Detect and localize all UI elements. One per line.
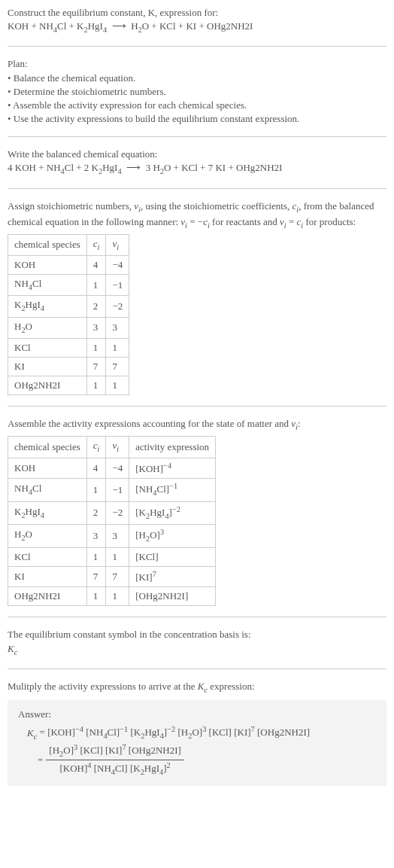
cell: K2HgI4	[8, 296, 87, 317]
cell: 1	[106, 587, 129, 606]
table-row: KCl11	[8, 338, 129, 357]
cell: 1	[106, 376, 129, 395]
cell: KI	[8, 566, 87, 587]
answer-eq1: Kc = [KOH]−4 [NH4Cl]−1 [K2HgI4]−2 [H2O]3…	[38, 724, 376, 742]
multiply-text: Mulitply the activity expressions to arr…	[8, 680, 386, 696]
col-ci: ci	[86, 234, 106, 255]
cell: 3	[106, 525, 129, 547]
cell: KCl	[8, 338, 87, 357]
table-row: H2O33	[8, 317, 129, 338]
plan-item: • Use the activity expressions to build …	[8, 112, 386, 126]
fraction: [H2O]3 [KCl] [KI]7 [OHg2NH2I] [KOH]4 [NH…	[46, 742, 184, 778]
col-species: chemical species	[8, 437, 87, 458]
activity-table: chemical species ci νi activity expressi…	[8, 436, 216, 606]
cell: [OHg2NH2I]	[129, 587, 216, 606]
cell: 1	[86, 338, 106, 357]
symbol-section: The equilibrium constant symbol in the c…	[8, 628, 386, 657]
assemble-text: Assemble the activity expressions accoun…	[8, 417, 386, 433]
divider	[8, 617, 386, 617]
cell: −1	[106, 479, 129, 501]
divider	[8, 136, 386, 137]
cell: 1	[106, 547, 129, 566]
table-header-row: chemical species ci νi	[8, 234, 129, 255]
plan-item: • Assemble the activity expression for e…	[8, 99, 386, 112]
cell: 7	[86, 357, 106, 376]
cell: 3	[86, 317, 106, 338]
cell: −1	[106, 275, 129, 296]
answer-box: Answer: Kc = [KOH]−4 [NH4Cl]−1 [K2HgI4]−…	[8, 700, 386, 786]
table-row: OHg2NH2I11[OHg2NH2I]	[8, 587, 216, 606]
divider	[8, 188, 386, 189]
table-row: NH4Cl1−1	[8, 275, 129, 296]
multiply-section: Mulitply the activity expressions to arr…	[8, 680, 386, 786]
cell: H2O	[8, 525, 87, 547]
cell: KOH	[8, 256, 87, 275]
cell: [KI]7	[129, 566, 216, 587]
cell: 1	[86, 587, 106, 606]
cell: [KOH]−4	[129, 458, 216, 479]
numerator: [H2O]3 [KCl] [KI]7 [OHg2NH2I]	[46, 742, 184, 760]
cell: [KCl]	[129, 547, 216, 566]
cell: −2	[106, 296, 129, 317]
cell: 1	[86, 376, 106, 395]
cell: 7	[106, 357, 129, 376]
divider	[8, 46, 386, 47]
table-row: KOH4−4	[8, 256, 129, 275]
symbol-line1: The equilibrium constant symbol in the c…	[8, 628, 386, 641]
cell: −4	[106, 458, 129, 479]
col-vi: νi	[106, 437, 129, 458]
cell: OHg2NH2I	[8, 376, 87, 395]
cell: 1	[106, 338, 129, 357]
col-ci: ci	[86, 437, 106, 458]
divider	[8, 669, 386, 669]
cell: −2	[106, 501, 129, 524]
stoichiometry-table: chemical species ci νi KOH4−4 NH4Cl1−1 K…	[8, 234, 129, 395]
plan-heading: Plan:	[8, 57, 386, 71]
cell: 1	[86, 479, 106, 501]
eq-prefix: =	[38, 754, 43, 767]
table-header-row: chemical species ci νi activity expressi…	[8, 437, 216, 458]
cell: [H2O]3	[129, 525, 216, 547]
denominator: [KOH]4 [NH4Cl] [K2HgI4]2	[46, 760, 184, 778]
col-vi: νi	[106, 234, 129, 255]
cell: 4	[86, 256, 106, 275]
divider	[8, 406, 386, 407]
table-row: KCl11[KCl]	[8, 547, 216, 566]
balanced-heading: Write the balanced chemical equation:	[8, 148, 386, 161]
cell: [NH4Cl]−1	[129, 479, 216, 501]
col-species: chemical species	[8, 234, 87, 255]
plan-section: Plan: • Balance the chemical equation. •…	[8, 57, 386, 126]
cell: KOH	[8, 458, 87, 479]
plan-item: • Determine the stoichiometric numbers.	[8, 85, 386, 99]
cell: K2HgI4	[8, 501, 87, 524]
table-row: K2HgI42−2[K2HgI4]−2	[8, 501, 216, 524]
assign-section: Assign stoichiometric numbers, νi, using…	[8, 199, 386, 396]
table-row: NH4Cl1−1[NH4Cl]−1	[8, 479, 216, 501]
cell: KI	[8, 357, 87, 376]
cell: −4	[106, 256, 129, 275]
cell: OHg2NH2I	[8, 587, 87, 606]
assign-text: Assign stoichiometric numbers, νi, using…	[8, 199, 386, 231]
table-row: KI77	[8, 357, 129, 376]
cell: 2	[86, 296, 106, 317]
cell: NH4Cl	[8, 275, 87, 296]
balanced-equation: 4 KOH + NH4Cl + 2 K2HgI4 ⟶ 3 H2O + KCl +…	[8, 161, 386, 177]
table-row: KI77[KI]7	[8, 566, 216, 587]
table-row: OHg2NH2I11	[8, 376, 129, 395]
cell: NH4Cl	[8, 479, 87, 501]
cell: [K2HgI4]−2	[129, 501, 216, 524]
table-row: KOH4−4[KOH]−4	[8, 458, 216, 479]
cell: 7	[106, 566, 129, 587]
intro-section: Construct the equilibrium constant, K, e…	[8, 6, 386, 35]
plan-item: • Balance the chemical equation.	[8, 72, 386, 85]
cell: 2	[86, 501, 106, 524]
intro-equation: KOH + NH4Cl + K2HgI4 ⟶ H2O + KCl + KI + …	[8, 20, 386, 35]
cell: H2O	[8, 317, 87, 338]
symbol-kc: Kc	[8, 642, 386, 658]
cell: 1	[86, 275, 106, 296]
cell: 7	[86, 566, 106, 587]
cell: 3	[106, 317, 129, 338]
balanced-section: Write the balanced chemical equation: 4 …	[8, 148, 386, 177]
intro-line1: Construct the equilibrium constant, K, e…	[8, 6, 386, 20]
cell: 3	[86, 525, 106, 547]
